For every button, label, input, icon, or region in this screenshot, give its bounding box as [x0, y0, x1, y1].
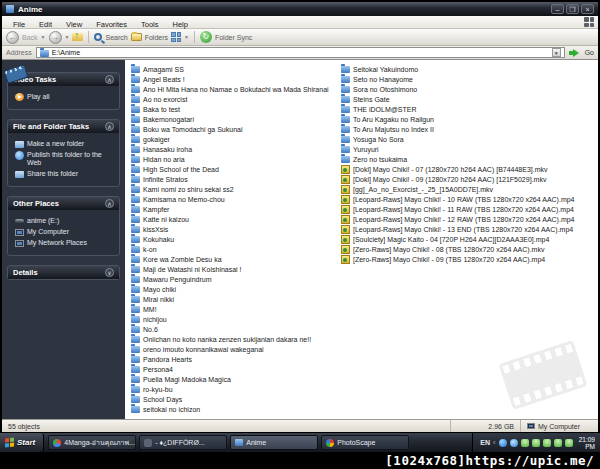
file-item[interactable]: Mayo chiki	[131, 284, 337, 294]
chevron-down-icon[interactable]: ∨	[105, 268, 114, 277]
file-item[interactable]: Hanasaku iroha	[131, 144, 337, 154]
file-item[interactable]: Kampfer	[131, 204, 337, 214]
up-folder-icon[interactable]	[72, 33, 83, 41]
forward-dropdown-icon[interactable]: ▼	[65, 34, 70, 40]
file-item[interactable]: Bakemonogatari	[131, 114, 337, 124]
file-item[interactable]: [Leopard-Raws] Mayo Chiki! - 10 RAW (TBS…	[341, 194, 597, 204]
start-button[interactable]: Start	[0, 433, 44, 452]
menu-item[interactable]: Edit	[32, 20, 59, 29]
file-item[interactable]: Amagami SS	[131, 64, 337, 74]
file-item[interactable]: Infinite Stratos	[131, 174, 337, 184]
file-item[interactable]: Angel Beats !	[131, 74, 337, 84]
buddy-icon[interactable]	[565, 439, 573, 447]
menu-item[interactable]: Help	[166, 20, 195, 29]
file-item[interactable]: No.6	[131, 324, 337, 334]
file-item[interactable]: THE iDOLM@STER	[341, 104, 597, 114]
buddy-icon[interactable]	[521, 439, 529, 447]
clock[interactable]: 21:09 PM	[579, 436, 595, 450]
buddy-icon[interactable]	[532, 439, 540, 447]
file-item[interactable]: seitokai no ichizon	[131, 404, 337, 414]
forward-icon[interactable]: →	[49, 31, 62, 44]
file-item[interactable]: Hidan no aria	[131, 154, 337, 164]
file-item[interactable]: kissXsis	[131, 224, 337, 234]
file-item[interactable]: [Leopard-Raws] Mayo Chiki! - 13 END (TBS…	[341, 224, 597, 234]
close-button[interactable]: ×	[581, 4, 594, 14]
file-item[interactable]: Seitokai Yakuindomo	[341, 64, 597, 74]
panel-header-file-folder-tasks[interactable]: File and Folder Tasks ∧	[8, 120, 119, 133]
folder-sync-label[interactable]: Folder Sync	[215, 34, 252, 41]
sidebar-item[interactable]: anime (E:)	[12, 217, 115, 225]
file-item[interactable]: [Zero-Raws] Mayo Chiki! - 09 (TBS 1280x7…	[341, 254, 597, 264]
file-item[interactable]: School Days	[131, 394, 337, 404]
file-item[interactable]: Steins Gate	[341, 94, 597, 104]
file-item[interactable]: Kamisama no Memo-chou	[131, 194, 337, 204]
file-item[interactable]: nichijou	[131, 314, 337, 324]
file-item[interactable]: ro-kyu-bu	[131, 384, 337, 394]
sidebar-item[interactable]: My Network Places	[12, 239, 115, 247]
file-item[interactable]: Zero no tsukaima	[341, 154, 597, 164]
menu-item[interactable]: View	[59, 20, 89, 29]
file-item[interactable]: [Doki] Mayo Chiki! - 07 (1280x720 h264 A…	[341, 164, 597, 174]
file-item[interactable]: Persona4	[131, 364, 337, 374]
sidebar-item[interactable]: Make a new folder	[12, 140, 115, 148]
file-item[interactable]: Mawaru Penguindrum	[131, 274, 337, 284]
messenger-icon[interactable]	[499, 439, 507, 447]
file-item[interactable]: Ao no exorcist	[131, 94, 337, 104]
chevron-up-icon[interactable]: ∧	[105, 199, 114, 208]
file-item[interactable]: Kore wa Zombie Desu ka	[131, 254, 337, 264]
file-item[interactable]: Mirai nikki	[131, 294, 337, 304]
folders-icon[interactable]	[131, 33, 142, 41]
folders-label[interactable]: Folders	[145, 34, 168, 41]
file-item[interactable]: Pandora Hearts	[131, 354, 337, 364]
file-item[interactable]: [Soulciety] Magic Kaito - 04 [720P H264 …	[341, 234, 597, 244]
file-item[interactable]: Baka to test	[131, 104, 337, 114]
views-icon[interactable]	[171, 32, 181, 42]
file-item[interactable]: [Leopard-Raws] Mayo Chiki! - 11 RAW (TBS…	[341, 204, 597, 214]
file-item[interactable]: oreno imouto konnanikawai wakeganai	[131, 344, 337, 354]
go-icon[interactable]	[569, 49, 579, 57]
panel-header-details[interactable]: Details ∨	[8, 266, 119, 279]
file-item[interactable]: Kami nomi zo shiru sekai ss2	[131, 184, 337, 194]
file-item[interactable]: [gg]_Ao_no_Exorcist_-_25_[15A0DD7E].mkv	[341, 184, 597, 194]
file-item[interactable]: High School of the Dead	[131, 164, 337, 174]
file-item[interactable]: To Aru Kagaku no Railgun	[341, 114, 597, 124]
menu-item[interactable]: Tools	[134, 20, 166, 29]
panel-header-other-places[interactable]: Other Places ∧	[8, 197, 119, 210]
file-item[interactable]: Boku wa Tomodachi ga Sukunai	[131, 124, 337, 134]
file-item[interactable]: Puella Magi Madoka Magica	[131, 374, 337, 384]
file-item[interactable]: Maji de Watashi ni Koishinasai !	[131, 264, 337, 274]
sidebar-item[interactable]: My Computer	[12, 228, 115, 236]
go-label[interactable]: Go	[585, 49, 594, 56]
file-list-area[interactable]: Amagami SS Angel Beats ! Ano Hi Mita Han…	[125, 60, 598, 419]
buddy-icon[interactable]	[543, 439, 551, 447]
language-indicator[interactable]: EN	[480, 439, 490, 446]
file-item[interactable]: k-on	[131, 244, 337, 254]
chevron-up-icon[interactable]: ∧	[105, 75, 114, 84]
taskbar-task[interactable]: 4Manga-อ่านคุณภาพ...	[48, 435, 136, 450]
file-item[interactable]: [Leopard-Raws] Mayo Chiki! - 12 RAW (TBS…	[341, 214, 597, 224]
search-label[interactable]: Search	[105, 34, 127, 41]
sidebar-item[interactable]: Play all	[12, 93, 115, 101]
back-icon[interactable]: ←	[6, 31, 19, 44]
search-icon[interactable]	[94, 33, 102, 41]
menu-item[interactable]: File	[6, 20, 32, 29]
file-item[interactable]: [Zero-Raws] Mayo Chiki! - 08 (TBS 1280x7…	[341, 244, 597, 254]
minimize-button[interactable]: –	[551, 4, 564, 14]
file-item[interactable]: Yuruyuri	[341, 144, 597, 154]
network-status-icon[interactable]	[510, 439, 518, 447]
address-input[interactable]: E:\Anime ▼	[36, 47, 565, 58]
back-dropdown-icon[interactable]: ▼	[41, 34, 46, 40]
tray-expand-icon[interactable]: ‹	[493, 438, 496, 447]
buddy-icon[interactable]	[554, 439, 562, 447]
folder-sync-icon[interactable]: ↻	[200, 31, 212, 43]
taskbar-task[interactable]: PhotoScape	[321, 435, 409, 450]
address-dropdown-icon[interactable]: ▼	[552, 48, 561, 57]
file-item[interactable]: Oniichan no koto nanka zenzen sukijanian…	[131, 334, 337, 344]
file-item[interactable]: Kokuhaku	[131, 234, 337, 244]
file-item[interactable]: MM!	[131, 304, 337, 314]
restore-button[interactable]: ❐	[566, 4, 579, 14]
file-item[interactable]: Katte ni kaizou	[131, 214, 337, 224]
file-item[interactable]: Sora no Otoshimono	[341, 84, 597, 94]
taskbar-task[interactable]: Anime	[230, 435, 318, 450]
sidebar-item[interactable]: Publish this folder to the Web	[12, 151, 115, 167]
